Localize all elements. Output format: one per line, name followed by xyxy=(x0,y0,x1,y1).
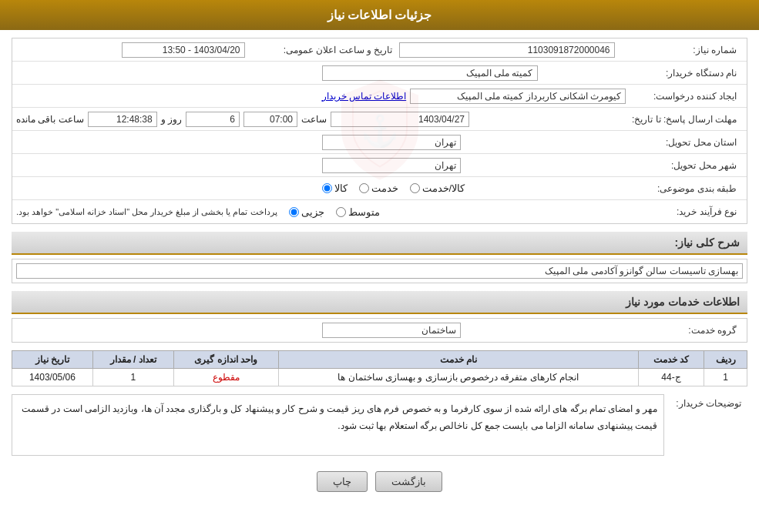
category-goods-option[interactable]: کالا xyxy=(322,182,348,194)
category-goods-label: کالا xyxy=(334,182,348,194)
table-row: 1 ج-44 انجام کارهای متفرقه درخصوص بازساز… xyxy=(12,369,747,386)
process-medium-option[interactable]: متوسط xyxy=(336,206,380,218)
process-medium-label: متوسط xyxy=(348,206,380,218)
row-requester: ایجاد کننده درخواست: کیومرث اشکانی کاربر… xyxy=(12,85,747,108)
requester-value-cell: کیومرث اشکانی کاربرداز کمیته ملی المپیک … xyxy=(322,89,628,104)
process-partial-radio[interactable] xyxy=(289,207,299,217)
deadline-time-input[interactable]: 07:00 xyxy=(243,112,297,127)
city-label: شهر محل تحویل: xyxy=(627,160,743,171)
process-partial-option[interactable]: جزیی xyxy=(289,206,324,218)
deadline-remaining-input[interactable]: 12:48:38 xyxy=(88,112,157,127)
back-button[interactable]: بازگشت xyxy=(375,471,442,492)
main-form-section: ⚓ شماره نیاز: 1103091872000046 تاریخ و س… xyxy=(12,38,747,224)
services-table: ردیف کد خدمت نام خدمت واحد اندازه گیری ت… xyxy=(12,350,747,386)
need-number-value-cell: 1103091872000046 xyxy=(399,42,628,58)
deadline-time-label: ساعت xyxy=(301,114,327,125)
need-description-header: شرح کلی نیاز: xyxy=(12,232,747,255)
col-header-row: ردیف xyxy=(704,351,747,369)
row-province: استان محل تحویل: تهران xyxy=(12,131,747,154)
province-value-cell: تهران xyxy=(322,135,628,150)
need-description-title: شرح کلی نیاز: xyxy=(675,236,740,249)
announce-value-cell: 1403/04/20 - 13:50 xyxy=(16,42,245,58)
services-section-title: اطلاعات خدمات مورد نیاز xyxy=(626,296,740,308)
buyer-org-input[interactable]: کمیته ملی المپیک xyxy=(322,65,538,81)
process-radio-group: متوسط جزیی xyxy=(289,206,380,218)
services-form: گروه خدمت: ساختمان xyxy=(12,318,747,343)
category-service-label: خدمت xyxy=(371,182,398,194)
need-description-row: بهسازی تاسیسات سالن گوانزو آکادمی ملی ال… xyxy=(12,259,747,283)
category-value-cell: کالا/خدمت خدمت کالا xyxy=(322,182,628,194)
process-label: نوع فرآیند خرید: xyxy=(627,206,743,217)
services-section: اطلاعات خدمات مورد نیاز گروه خدمت: ساختم… xyxy=(12,291,747,343)
service-group-value-cell: ساختمان xyxy=(322,323,628,338)
category-service-option[interactable]: خدمت xyxy=(359,182,398,194)
row-buyer-org: نام دستگاه خریدار: کمیته ملی المپیک xyxy=(12,62,747,85)
cell-name-0: انجام کارهای متفرقه درخصوص بازسازی و بهس… xyxy=(278,369,638,386)
row-need-number: شماره نیاز: 1103091872000046 تاریخ و ساع… xyxy=(12,38,747,62)
deadline-days-label: روز و xyxy=(161,114,182,125)
services-table-section: ردیف کد خدمت نام خدمت واحد اندازه گیری ت… xyxy=(12,350,747,386)
category-label: طبقه بندی موضوعی: xyxy=(627,183,743,194)
cell-code-0: ج-44 xyxy=(638,369,704,386)
buyer-notes-text: مهر و امضای تمام برگه های ارائه شده از س… xyxy=(12,394,664,456)
row-category: طبقه بندی موضوعی: کالا/خدمت خدمت کالا xyxy=(12,177,747,200)
city-value-cell: تهران xyxy=(322,158,628,173)
buyer-notes-section: توضیحات خریدار: مهر و امضای تمام برگه ها… xyxy=(12,394,747,456)
deadline-value-cell: 1403/04/27 ساعت 07:00 6 روز و 12:48:38 س… xyxy=(16,112,627,127)
table-header-row: ردیف کد خدمت نام خدمت واحد اندازه گیری ت… xyxy=(12,351,747,369)
requester-label: ایجاد کننده درخواست: xyxy=(627,91,743,102)
process-note: پرداخت تمام یا بخشی از مبلغ خریدار محل "… xyxy=(16,207,277,217)
button-row: بازگشت چاپ xyxy=(12,463,747,500)
requester-input[interactable]: کیومرث اشکانی کاربرداز کمیته ملی المپیک xyxy=(410,89,626,104)
service-group-row: گروه خدمت: ساختمان xyxy=(12,319,747,342)
announce-value[interactable]: 1403/04/20 - 13:50 xyxy=(122,42,245,58)
buyer-notes-label: توضیحات خریدار: xyxy=(670,394,747,409)
need-number-input[interactable]: 1103091872000046 xyxy=(399,42,615,58)
need-description-input[interactable]: بهسازی تاسیسات سالن گوانزو آکادمی ملی ال… xyxy=(16,263,743,279)
services-section-header: اطلاعات خدمات مورد نیاز xyxy=(12,291,747,314)
deadline-days-input[interactable]: 6 xyxy=(186,112,240,127)
row-process: نوع فرآیند خرید: متوسط جزیی پرداخت تمام … xyxy=(12,200,747,223)
city-input[interactable]: تهران xyxy=(322,158,461,173)
deadline-remaining-label: ساعت باقی مانده xyxy=(16,114,84,125)
category-goods-service-label: کالا/خدمت xyxy=(422,182,465,194)
category-goods-service-radio[interactable] xyxy=(410,183,420,193)
category-service-radio[interactable] xyxy=(359,183,369,193)
page-title: جزئیات اطلاعات نیاز xyxy=(327,8,432,22)
process-partial-label: جزیی xyxy=(301,206,324,218)
cell-unit-0: مقطوع xyxy=(173,369,278,386)
row-city: شهر محل تحویل: تهران xyxy=(12,154,747,177)
page-header: جزئیات اطلاعات نیاز xyxy=(0,0,759,30)
cell-row-0: 1 xyxy=(704,369,747,386)
cell-quantity-0: 1 xyxy=(92,369,173,386)
need-description-section: شرح کلی نیاز: بهسازی تاسیسات سالن گوانزو… xyxy=(12,232,747,283)
process-value-cell: متوسط جزیی پرداخت تمام یا بخشی از مبلغ خ… xyxy=(16,206,627,218)
need-number-label: شماره نیاز: xyxy=(627,45,743,55)
service-group-label: گروه خدمت: xyxy=(627,325,743,336)
buyer-org-label: نام دستگاه خریدار: xyxy=(627,68,743,79)
category-radio-group: کالا/خدمت خدمت کالا xyxy=(322,182,465,194)
col-header-date: تاریخ نیاز xyxy=(12,351,93,369)
service-group-input[interactable]: ساختمان xyxy=(322,323,461,338)
col-header-code: کد خدمت xyxy=(638,351,704,369)
category-goods-radio[interactable] xyxy=(322,183,332,193)
province-label: استان محل تحویل: xyxy=(627,137,743,148)
row-deadline: مهلت ارسال پاسخ: تا تاریخ: 1403/04/27 سا… xyxy=(12,108,747,131)
col-header-name: نام خدمت xyxy=(278,351,638,369)
province-input[interactable]: تهران xyxy=(322,135,461,150)
contact-link[interactable]: اطلاعات تماس خریدار xyxy=(322,91,407,102)
need-description-value-cell: بهسازی تاسیسات سالن گوانزو آکادمی ملی ال… xyxy=(16,263,743,279)
print-button[interactable]: چاپ xyxy=(317,471,368,492)
buyer-org-value-cell: کمیته ملی المپیک xyxy=(322,65,628,81)
category-goods-service-option[interactable]: کالا/خدمت xyxy=(410,182,465,194)
col-header-quantity: تعداد / مقدار xyxy=(92,351,173,369)
deadline-label: مهلت ارسال پاسخ: تا تاریخ: xyxy=(627,114,743,125)
col-header-unit: واحد اندازه گیری xyxy=(173,351,278,369)
process-medium-radio[interactable] xyxy=(336,207,346,217)
deadline-date-input[interactable]: 1403/04/27 xyxy=(331,112,469,127)
announce-label: تاریخ و ساعت اعلان عمومی: xyxy=(245,45,399,55)
need-description-form: بهسازی تاسیسات سالن گوانزو آکادمی ملی ال… xyxy=(12,259,747,283)
cell-date-0: 1403/05/06 xyxy=(12,369,93,386)
